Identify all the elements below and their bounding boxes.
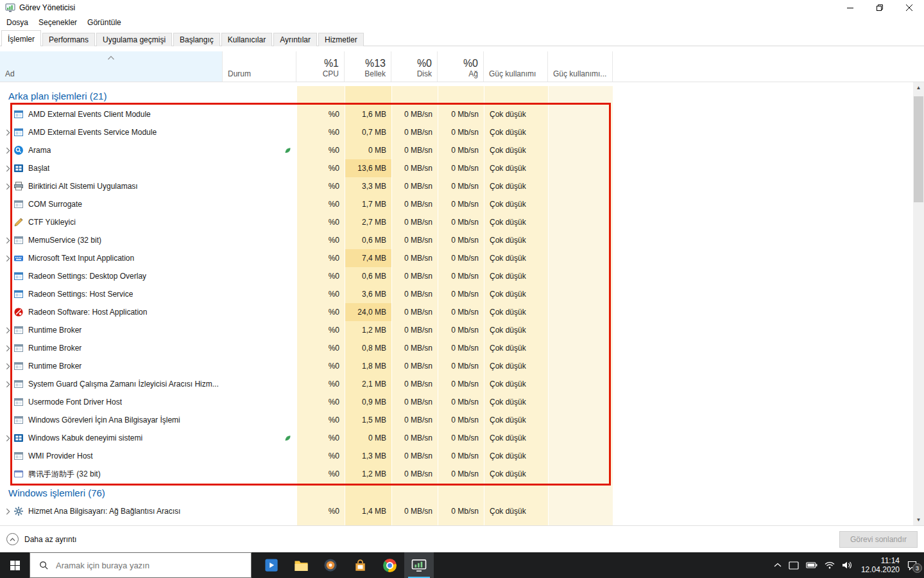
chrome-icon <box>383 559 397 572</box>
process-row[interactable]: Biriktirici Alt Sistemi Uygulaması%03,3 … <box>0 177 924 195</box>
action-center-icon[interactable]: 3 <box>907 560 918 570</box>
taskbar-app-store-app[interactable] <box>345 552 375 578</box>
hidden-icons-chevron-icon[interactable] <box>774 563 782 568</box>
process-row[interactable]: COM Surrogate%01,7 MB0 MB/sn0 Mb/snÇok d… <box>0 195 924 213</box>
tablet-mode-icon[interactable] <box>789 561 799 570</box>
column-header-power-trend[interactable]: Güç kullanımı... <box>548 51 613 82</box>
expand-chevron-icon[interactable] <box>3 508 13 515</box>
column-header-disk[interactable]: %0 Disk <box>391 51 438 82</box>
scrollbar-down-arrow-icon[interactable]: ▼ <box>913 514 924 525</box>
process-row[interactable]: Runtime Broker%01,2 MB0 MB/sn0 Mb/snÇok … <box>0 321 924 339</box>
tab-kullanicilar[interactable]: Kullanıcılar <box>221 33 272 46</box>
process-name-cell: 腾讯手游助手 (32 bit) <box>0 465 223 483</box>
power-cell: Çok düşük <box>484 195 548 213</box>
menu-goruntule[interactable]: Görüntüle <box>82 15 126 30</box>
process-row[interactable]: Başlat%013,6 MB0 MB/sn0 Mb/snÇok düşük <box>0 159 924 177</box>
tab-performans[interactable]: Performans <box>42 33 95 46</box>
process-row[interactable]: System Guard Çalışma Zamanı İzleyicisi A… <box>0 375 924 393</box>
group-header-background[interactable]: Arka plan işlemleri (21) <box>0 86 924 105</box>
expand-chevron-icon[interactable] <box>3 435 13 442</box>
wifi-icon[interactable] <box>825 561 835 569</box>
expand-chevron-icon[interactable] <box>3 183 13 190</box>
taskbar-app-game-app[interactable] <box>316 552 345 578</box>
taskbar-search[interactable] <box>30 552 252 578</box>
column-header-cpu[interactable]: %1 CPU <box>296 51 345 82</box>
column-header-memory[interactable]: %13 Bellek <box>345 51 391 82</box>
process-row[interactable]: Runtime Broker%01,8 MB0 MB/sn0 Mb/snÇok … <box>0 357 924 375</box>
network-cell: 0 Mb/sn <box>438 231 484 249</box>
scrollbar-up-arrow-icon[interactable]: ▲ <box>913 82 924 93</box>
column-header-name[interactable]: Ad <box>0 51 223 82</box>
process-row[interactable]: Microsoft Text Input Application%07,4 MB… <box>0 249 924 267</box>
column-header-status[interactable]: Durum <box>223 51 296 82</box>
taskbar-app-chrome[interactable] <box>375 552 404 578</box>
status-cell <box>223 86 296 105</box>
expand-chevron-icon[interactable] <box>3 165 13 172</box>
process-row[interactable]: Hizmet Ana Bilgisayarı: Ağ Bağlantısı Ar… <box>0 502 924 520</box>
menu-dosya[interactable]: Dosya <box>1 15 33 30</box>
tab-uygulama-gecmisi[interactable]: Uygulama geçmişi <box>96 33 172 46</box>
memory-cell: 2,7 MB <box>345 213 391 231</box>
expand-chevron-icon[interactable] <box>3 147 13 154</box>
column-header-power[interactable]: Güç kullanımı <box>484 51 548 82</box>
process-row[interactable]: Windows Kabuk deneyimi sistemi%00 MB0 MB… <box>0 429 924 447</box>
row-spacer <box>613 195 924 213</box>
menu-secenekler[interactable]: Seçenekler <box>33 15 82 30</box>
process-row[interactable]: AMD External Events Client Module%01,6 M… <box>0 105 924 123</box>
battery-icon[interactable] <box>806 562 817 568</box>
expand-chevron-icon[interactable] <box>3 327 13 334</box>
process-row[interactable]: Windows Görevleri İçin Ana Bilgisayar İş… <box>0 411 924 429</box>
row-spacer <box>613 105 924 123</box>
expand-chevron-icon[interactable] <box>3 237 13 244</box>
group-header-windows[interactable]: Windows işlemleri (76) <box>0 483 924 502</box>
task-manager-app-icon <box>5 3 15 13</box>
vertical-scrollbar[interactable]: ▲ ▼ <box>913 82 924 525</box>
process-name: Hizmet Ana Bilgisayarı: Ağ Bağlantısı Ar… <box>28 507 180 516</box>
cpu-cell: %0 <box>296 393 345 411</box>
volume-icon[interactable] <box>842 561 852 569</box>
search-input[interactable] <box>56 561 229 570</box>
process-row[interactable]: Radeon Settings: Host Service%03,6 MB0 M… <box>0 285 924 303</box>
memory-cell: 2,1 MB <box>345 375 391 393</box>
start-icon <box>13 433 24 443</box>
tab-baslangic[interactable]: Başlangıç <box>173 33 220 46</box>
app-window-icon <box>13 289 24 299</box>
restore-button[interactable] <box>865 0 894 15</box>
process-row[interactable]: Usermode Font Driver Host%00,9 MB0 MB/sn… <box>0 393 924 411</box>
taskbar-app-task-manager[interactable] <box>404 552 434 578</box>
process-row[interactable]: Radeon Software: Host Application%024,0 … <box>0 303 924 321</box>
scrollbar-thumb[interactable] <box>914 96 923 202</box>
status-cell <box>223 339 296 357</box>
disk-cell: 0 MB/sn <box>391 339 438 357</box>
app-window-gray-icon <box>13 361 24 371</box>
close-button[interactable] <box>894 0 924 15</box>
taskbar-app-video-app[interactable] <box>257 552 286 578</box>
row-spacer <box>613 267 924 285</box>
details-toggle[interactable]: Daha az ayrıntı <box>6 533 76 545</box>
process-row[interactable]: 腾讯手游助手 (32 bit)%01,2 MB0 MB/sn0 Mb/snÇok… <box>0 465 924 483</box>
taskbar-clock[interactable]: 11:14 12.04.2020 <box>861 556 900 574</box>
power-cell: Çok düşük <box>484 339 548 357</box>
expand-chevron-icon[interactable] <box>3 255 13 262</box>
column-header-network[interactable]: %0 Ağ <box>438 51 484 82</box>
disk-cell: 0 MB/sn <box>391 159 438 177</box>
process-row[interactable]: CTF Yükleyici%02,7 MB0 MB/sn0 Mb/snÇok d… <box>0 213 924 231</box>
expand-chevron-icon[interactable] <box>3 363 13 370</box>
expand-chevron-icon[interactable] <box>3 129 13 136</box>
process-row[interactable]: Arama%00 MB0 MB/sn0 Mb/snÇok düşük <box>0 141 924 159</box>
taskbar-app-file-explorer[interactable] <box>286 552 316 578</box>
minimize-button[interactable] <box>835 0 865 15</box>
start-button[interactable] <box>0 552 30 578</box>
tab-hizmetler[interactable]: Hizmetler <box>318 33 364 46</box>
process-row[interactable]: AMD External Events Service Module%00,7 … <box>0 123 924 141</box>
process-row[interactable]: Runtime Broker%00,8 MB0 MB/sn0 Mb/snÇok … <box>0 339 924 357</box>
end-task-button[interactable]: Görevi sonlandır <box>839 531 918 548</box>
tab-ayrintilar[interactable]: Ayrıntılar <box>273 33 317 46</box>
expand-chevron-icon[interactable] <box>3 381 13 388</box>
tab-islemler[interactable]: İşlemler <box>1 30 41 46</box>
process-row[interactable]: Radeon Settings: Desktop Overlay%00,6 MB… <box>0 267 924 285</box>
process-row[interactable]: MemuService (32 bit)%00,6 MB0 MB/sn0 Mb/… <box>0 231 924 249</box>
disk-cell: 0 MB/sn <box>391 285 438 303</box>
process-row[interactable]: WMI Provider Host%01,3 MB0 MB/sn0 Mb/snÇ… <box>0 447 924 465</box>
expand-chevron-icon[interactable] <box>3 345 13 352</box>
